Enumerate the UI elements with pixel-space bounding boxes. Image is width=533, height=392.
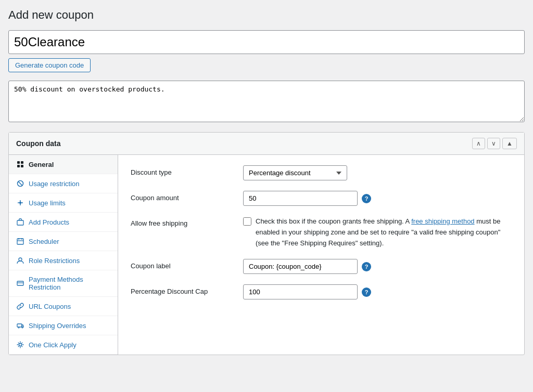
sidebar-item-general[interactable]: General [9,155,118,174]
sidebar-item-usage-restriction[interactable]: Usage restriction [9,174,118,193]
percentage-discount-cap-field: ? [243,284,512,299]
shipping-icon [16,321,24,330]
coupon-amount-row: Coupon amount ? [131,191,512,206]
coupon-label-label: Coupon label [131,259,235,270]
sidebar-label-usage-limits: Usage limits [29,199,66,207]
coupon-amount-field: ? [243,191,512,206]
free-shipping-label: Allow free shipping [131,216,235,227]
sidebar-label-shipping-overrides: Shipping Overrides [29,322,86,330]
sidebar-label-payment-methods: Payment Methods Restriction [29,276,110,291]
sidebar: General Usage restriction [9,155,118,355]
coupon-label-row: Coupon label ? [131,259,512,274]
sidebar-label-role-restrictions: Role Restrictions [29,257,80,265]
svg-rect-0 [17,161,20,164]
click-icon [16,341,24,349]
svg-point-20 [19,344,22,346]
svg-rect-17 [17,324,22,327]
free-shipping-row: Allow free shipping Check this box if th… [131,216,512,249]
svg-rect-15 [17,281,23,285]
coupon-label-help-icon[interactable]: ? [362,262,371,271]
sidebar-label-url-coupons: URL Coupons [29,303,71,310]
free-shipping-field: Check this box if the coupon grants free… [243,216,512,249]
coupon-data-header: Coupon data ∧ ∨ ▲ [9,133,524,155]
role-icon [16,256,24,265]
svg-rect-2 [17,165,20,167]
url-icon [16,302,24,310]
svg-rect-1 [21,161,23,164]
coupon-data-title: Coupon data [16,139,61,148]
collapse-down-button[interactable]: ∨ [487,138,500,149]
svg-point-18 [18,327,19,328]
coupon-description-textarea[interactable]: 50% discount on overstocked products. [8,81,525,122]
coupon-name-input[interactable] [8,30,525,54]
sidebar-label-usage-restriction: Usage restriction [29,180,80,188]
scheduler-icon [16,237,24,245]
coupon-amount-input[interactable] [243,191,358,206]
sidebar-item-usage-limits[interactable]: Usage limits [9,193,118,213]
coupon-data-section: Coupon data ∧ ∨ ▲ General [8,132,525,355]
sidebar-label-one-click-apply: One Click Apply [29,341,77,349]
svg-line-5 [19,182,22,186]
percentage-discount-cap-input[interactable] [243,284,358,299]
sidebar-label-general: General [29,161,54,168]
coupon-data-body: General Usage restriction [9,155,524,355]
collapse-up-button[interactable]: ∧ [472,138,485,149]
svg-rect-10 [17,239,23,244]
free-shipping-method-link[interactable]: free shipping method [411,217,474,225]
sidebar-item-role-restrictions[interactable]: Role Restrictions [9,251,118,270]
page-title: Add new coupon [8,8,525,22]
percentage-discount-cap-help-icon[interactable]: ? [362,288,371,297]
toggle-button[interactable]: ▲ [502,138,517,149]
coupon-label-field: ? [243,259,512,274]
svg-rect-9 [17,220,23,225]
svg-point-19 [22,327,23,328]
svg-rect-3 [21,165,23,167]
general-icon [16,160,24,168]
form-content: Discount type Percentage discount Fixed … [118,155,524,355]
header-controls: ∧ ∨ ▲ [472,138,517,149]
discount-type-label: Discount type [131,165,235,176]
sidebar-label-add-products: Add Products [29,218,69,226]
sidebar-item-url-coupons[interactable]: URL Coupons [9,297,118,316]
free-shipping-description: Check this box if the coupon grants free… [256,216,512,249]
sidebar-item-one-click-apply[interactable]: One Click Apply [9,335,118,355]
sidebar-label-scheduler: Scheduler [29,238,59,245]
coupon-amount-label: Coupon amount [131,191,235,202]
coupon-amount-help-icon[interactable]: ? [362,194,371,203]
limits-icon [16,199,24,207]
add-products-icon [16,218,24,226]
discount-type-select[interactable]: Percentage discount Fixed cart discount … [243,165,347,180]
sidebar-item-shipping-overrides[interactable]: Shipping Overrides [9,316,118,335]
sidebar-item-scheduler[interactable]: Scheduler [9,232,118,251]
sidebar-item-payment-methods[interactable]: Payment Methods Restriction [9,270,118,297]
free-shipping-checkbox[interactable] [243,217,251,226]
generate-coupon-code-button[interactable]: Generate coupon code [8,58,91,72]
percentage-discount-cap-row: Percentage Discount Cap ? [131,284,512,299]
coupon-label-input[interactable] [243,259,358,274]
svg-point-8 [19,202,21,204]
sidebar-item-add-products[interactable]: Add Products [9,213,118,232]
discount-type-field: Percentage discount Fixed cart discount … [243,165,512,180]
restriction-icon [16,179,24,188]
payment-icon [16,279,24,288]
discount-type-row: Discount type Percentage discount Fixed … [131,165,512,180]
svg-point-14 [19,258,22,261]
percentage-discount-cap-label: Percentage Discount Cap [131,284,235,295]
